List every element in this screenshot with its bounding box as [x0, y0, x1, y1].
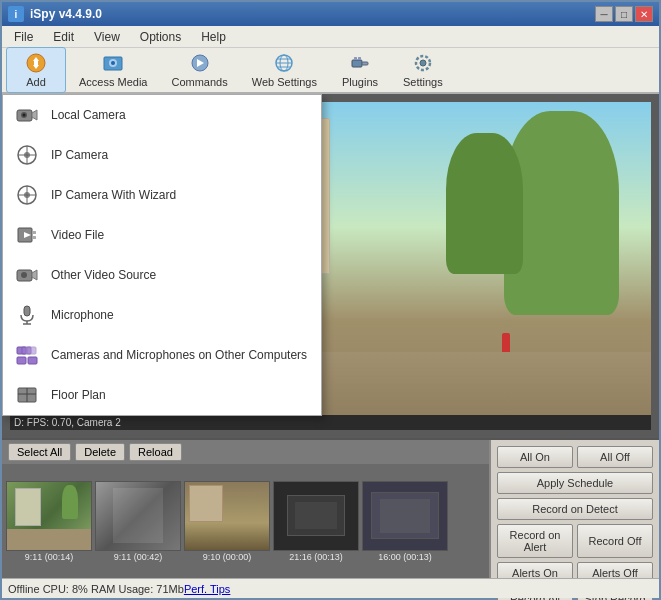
ip-camera-label: IP Camera: [51, 148, 108, 162]
svg-rect-14: [362, 62, 368, 65]
toolbar-access-media-label: Access Media: [79, 76, 147, 88]
main-content: FPS: 0.70 8/21/2013 10:56 AM D: FPS: 0.7…: [2, 94, 659, 438]
menu-view[interactable]: View: [86, 28, 128, 46]
thumbnail-4[interactable]: 21:16 (00:13): [273, 481, 359, 562]
toolbar-commands[interactable]: Commands: [160, 47, 238, 93]
video-file-label: Video File: [51, 228, 104, 242]
add-dropdown-menu: Local Camera IP Camera: [2, 94, 322, 416]
toolbar-plugins-label: Plugins: [342, 76, 378, 88]
btn-row-4: Record on Alert Record Off: [497, 524, 653, 558]
ip-camera-icon: [15, 143, 39, 167]
toolbar-settings[interactable]: Settings: [392, 47, 454, 93]
menu-cameras-other-computers[interactable]: Cameras and Microphones on Other Compute…: [3, 335, 321, 375]
title-bar-left: i iSpy v4.4.9.0: [8, 6, 102, 22]
svg-rect-38: [24, 306, 30, 316]
menu-ip-camera[interactable]: IP Camera: [3, 135, 321, 175]
status-text: Offline CPU: 8% RAM Usage: 71Mb: [8, 583, 184, 595]
right-panel: All On All Off Apply Schedule Record on …: [489, 440, 659, 578]
toolbar-web-settings-label: Web Settings: [252, 76, 317, 88]
app-icon: i: [8, 6, 24, 22]
thumb-label-1: 9:11 (00:14): [25, 552, 74, 562]
svg-rect-43: [27, 347, 36, 354]
add-icon: [25, 52, 47, 74]
local-camera-label: Local Camera: [51, 108, 126, 122]
record-off-button[interactable]: Record Off: [577, 524, 653, 558]
local-camera-icon: [15, 103, 39, 127]
thumb-image-5: [362, 481, 448, 551]
web-settings-icon: [273, 52, 295, 74]
minimize-button[interactable]: ─: [595, 6, 613, 22]
thumb-image-2: [95, 481, 181, 551]
record-on-alert-button[interactable]: Record on Alert: [497, 524, 573, 558]
menu-options[interactable]: Options: [132, 28, 189, 46]
svg-rect-13: [352, 60, 362, 67]
thumbnail-2[interactable]: 9:11 (00:42): [95, 481, 181, 562]
menu-edit[interactable]: Edit: [45, 28, 82, 46]
settings-icon: [412, 52, 434, 74]
main-window: i iSpy v4.4.9.0 ─ □ ✕ File Edit View Opt…: [0, 0, 661, 600]
all-off-button[interactable]: All Off: [577, 446, 653, 468]
svg-marker-20: [32, 110, 37, 120]
access-media-icon: [102, 52, 124, 74]
thumbnail-5[interactable]: 16:00 (00:13): [362, 481, 448, 562]
toolbar-commands-label: Commands: [171, 76, 227, 88]
camera-footer: D: FPS: 0.70, Camera 2: [10, 415, 651, 430]
delete-button[interactable]: Delete: [75, 443, 125, 461]
floor-plan-label: Floor Plan: [51, 388, 106, 402]
ip-camera-wizard-label: IP Camera With Wizard: [51, 188, 176, 202]
thumbnail-3[interactable]: 9:10 (00:00): [184, 481, 270, 562]
thumbnails-row: 9:11 (00:14) 9:11 (00:42) 9:10: [2, 464, 489, 578]
reload-button[interactable]: Reload: [129, 443, 182, 461]
window-title: iSpy v4.4.9.0: [30, 7, 102, 21]
scene-tree2: [446, 133, 523, 274]
btn-row-1: All On All Off: [497, 446, 653, 468]
camera-footer-text: D: FPS: 0.70, Camera 2: [14, 417, 121, 428]
svg-rect-34: [32, 236, 36, 239]
status-bar: Offline CPU: 8% RAM Usage: 71Mb Perf. Ti…: [2, 578, 659, 598]
menu-floor-plan[interactable]: Floor Plan: [3, 375, 321, 415]
select-all-button[interactable]: Select All: [8, 443, 71, 461]
thumb-controls: Select All Delete Reload: [2, 440, 489, 464]
menu-file[interactable]: File: [6, 28, 41, 46]
title-bar: i iSpy v4.4.9.0 ─ □ ✕: [2, 2, 659, 26]
microphone-icon: [15, 303, 39, 327]
menu-help[interactable]: Help: [193, 28, 234, 46]
menu-ip-camera-wizard[interactable]: IP Camera With Wizard: [3, 175, 321, 215]
thumbnails-area: Select All Delete Reload 9:11 (00:14): [2, 440, 489, 578]
menu-video-file[interactable]: Video File: [3, 215, 321, 255]
btn-row-3: Record on Detect: [497, 498, 653, 520]
record-on-detect-button[interactable]: Record on Detect: [497, 498, 653, 520]
svg-rect-44: [17, 357, 26, 364]
svg-point-22: [23, 114, 26, 117]
apply-schedule-button[interactable]: Apply Schedule: [497, 472, 653, 494]
all-on-button[interactable]: All On: [497, 446, 573, 468]
close-button[interactable]: ✕: [635, 6, 653, 22]
svg-rect-16: [358, 57, 361, 60]
svg-marker-36: [32, 270, 37, 280]
perf-tips-link[interactable]: Perf. Tips: [184, 583, 230, 595]
thumb-label-5: 16:00 (00:13): [378, 552, 432, 562]
other-video-icon: [15, 263, 39, 287]
menu-other-video[interactable]: Other Video Source: [3, 255, 321, 295]
svg-rect-15: [354, 57, 357, 60]
microphone-label: Microphone: [51, 308, 114, 322]
maximize-button[interactable]: □: [615, 6, 633, 22]
svg-point-37: [21, 272, 27, 278]
cameras-other-computers-label: Cameras and Microphones on Other Compute…: [51, 348, 307, 362]
thumb-label-4: 21:16 (00:13): [289, 552, 343, 562]
toolbar-access-media[interactable]: Access Media: [68, 47, 158, 93]
toolbar-web-settings[interactable]: Web Settings: [241, 47, 328, 93]
thumb-label-2: 9:11 (00:42): [114, 552, 163, 562]
thumbnail-1[interactable]: 9:11 (00:14): [6, 481, 92, 562]
toolbar-plugins[interactable]: Plugins: [330, 47, 390, 93]
toolbar-add-label: Add: [26, 76, 46, 88]
commands-icon: [189, 52, 211, 74]
toolbar-settings-label: Settings: [403, 76, 443, 88]
menu-local-camera[interactable]: Local Camera: [3, 95, 321, 135]
toolbar-add[interactable]: Add: [6, 47, 66, 93]
svg-point-17: [420, 60, 426, 66]
menu-microphone[interactable]: Microphone: [3, 295, 321, 335]
title-controls: ─ □ ✕: [595, 6, 653, 22]
svg-rect-33: [32, 231, 36, 234]
plugins-icon: [349, 52, 371, 74]
